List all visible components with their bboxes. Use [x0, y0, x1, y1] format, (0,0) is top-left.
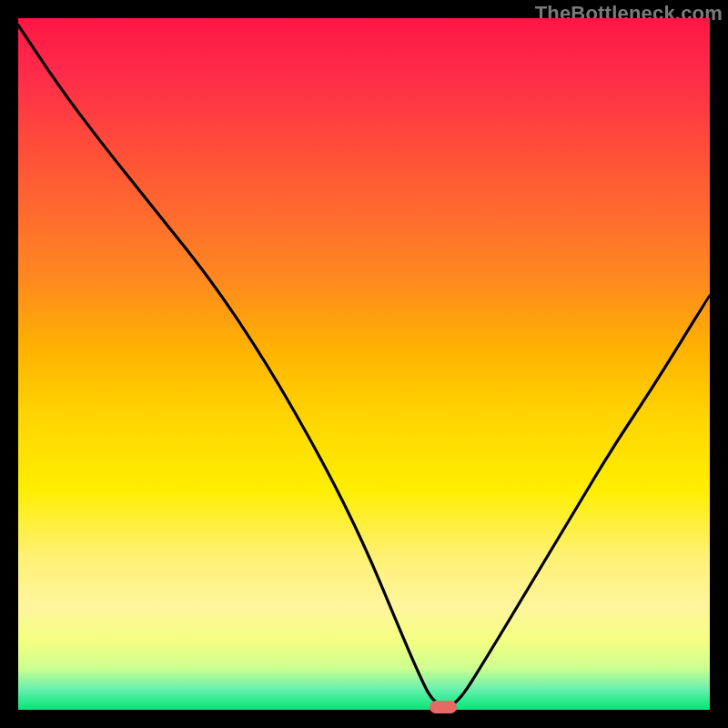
optimum-marker	[430, 701, 457, 713]
plot-area	[18, 18, 710, 710]
curve-path	[18, 25, 710, 707]
bottleneck-curve	[18, 18, 710, 710]
chart-container: TheBottleneck.com	[0, 0, 728, 728]
